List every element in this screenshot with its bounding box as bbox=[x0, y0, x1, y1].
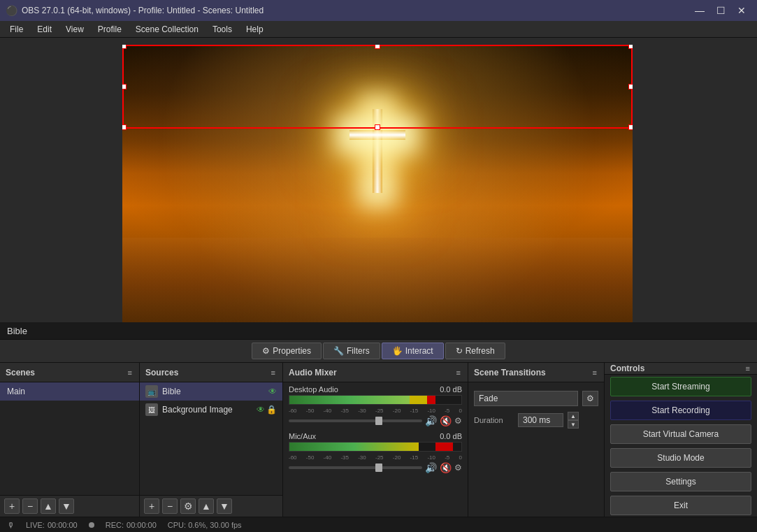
sources-menu-btn[interactable]: ≡ bbox=[270, 367, 277, 378]
audio-header-icons: ≡ bbox=[455, 367, 462, 378]
desktop-audio-controls: 🔊 🔇 ⚙ bbox=[289, 415, 462, 426]
sources-panel: Sources ≡ 📺 Bible 👁 🖼 Background Image bbox=[140, 363, 283, 517]
studio-mode-button[interactable]: Studio Mode bbox=[610, 448, 751, 468]
mic-aux-level: 0.0 dB bbox=[440, 432, 462, 440]
desktop-slider-thumb[interactable] bbox=[375, 417, 382, 425]
bible-visibility-btn[interactable]: 👁 bbox=[268, 387, 277, 396]
transition-settings-btn[interactable]: ⚙ bbox=[582, 391, 598, 406]
cross-horizontal bbox=[349, 130, 405, 140]
desktop-audio-level: 0.0 dB bbox=[440, 385, 462, 394]
audio-menu-btn[interactable]: ≡ bbox=[455, 367, 462, 378]
desktop-bar-green bbox=[289, 396, 410, 404]
scenes-footer: + − ▲ ▼ bbox=[0, 495, 139, 517]
source-settings-button[interactable]: ⚙ bbox=[180, 498, 196, 514]
bg-source-actions: 👁 🔒 bbox=[257, 405, 277, 415]
mic-audio-settings-btn[interactable]: ⚙ bbox=[454, 463, 462, 473]
close-button[interactable]: ✕ bbox=[732, 3, 751, 18]
menu-tools[interactable]: Tools bbox=[206, 23, 239, 36]
rec-label: REC: bbox=[106, 521, 124, 529]
maximize-button[interactable]: ☐ bbox=[711, 3, 730, 18]
bible-source-icon: 📺 bbox=[145, 385, 158, 398]
controls-buttons: Start Streaming Start Recording Start Vi… bbox=[605, 375, 757, 517]
cpu-status: CPU: 0.6%, 30.00 fps bbox=[168, 521, 242, 529]
refresh-icon: ↻ bbox=[456, 346, 463, 356]
menu-help[interactable]: Help bbox=[239, 23, 271, 36]
transition-duration-row: Duration ▲ ▼ bbox=[474, 409, 598, 431]
cross-glow bbox=[349, 109, 405, 193]
properties-button[interactable]: ⚙ Properties bbox=[252, 343, 322, 359]
start-streaming-button[interactable]: Start Streaming bbox=[610, 377, 751, 396]
sources-header-icons: ≡ bbox=[270, 367, 277, 378]
mic-slider-thumb[interactable] bbox=[375, 463, 382, 472]
mic-mute-btn[interactable]: 🔊 bbox=[425, 462, 437, 473]
mic-bar-red bbox=[435, 443, 453, 451]
duration-down-btn[interactable]: ▼ bbox=[568, 420, 579, 429]
scenes-menu-btn[interactable]: ≡ bbox=[127, 367, 134, 378]
scene-item-main[interactable]: Main bbox=[0, 382, 139, 401]
move-scene-down-button[interactable]: ▼ bbox=[59, 498, 74, 514]
titlebar-controls: — ☐ ✕ bbox=[690, 3, 751, 18]
preview-image bbox=[122, 45, 633, 322]
controls-menu-btn[interactable]: ≡ bbox=[744, 363, 751, 374]
bg-visibility-btn[interactable]: 👁 bbox=[257, 405, 265, 415]
source-item-background[interactable]: 🖼 Background Image 👁 🔒 bbox=[140, 401, 282, 419]
move-source-down-button[interactable]: ▼ bbox=[217, 498, 232, 514]
mic-status: 🎙 bbox=[7, 521, 15, 529]
filters-icon: 🔧 bbox=[333, 346, 344, 356]
controls-title: Controls bbox=[610, 364, 644, 373]
titlebar-title: OBS 27.0.1 (64-bit, windows) - Profile: … bbox=[22, 6, 264, 15]
desktop-audio-settings-btn[interactable]: ⚙ bbox=[454, 416, 462, 426]
mic-aux-scale: -60-50-40-35-30-25-20-15-10-50 bbox=[289, 454, 462, 461]
sources-title: Sources bbox=[145, 368, 178, 378]
desktop-bar-yellow bbox=[410, 396, 427, 404]
bg-lock-btn[interactable]: 🔒 bbox=[266, 405, 277, 415]
app-icon: ⚫ bbox=[6, 5, 17, 16]
main-layout: Bible ⚙ Properties 🔧 Filters 🖐 Interact … bbox=[0, 38, 757, 532]
filters-button[interactable]: 🔧 Filters bbox=[323, 343, 380, 359]
exit-button[interactable]: Exit bbox=[610, 496, 751, 515]
mic-audio-slider[interactable] bbox=[289, 466, 422, 469]
remove-source-button[interactable]: − bbox=[162, 498, 178, 514]
menu-view[interactable]: View bbox=[59, 23, 91, 36]
live-time: 00:00:00 bbox=[48, 521, 78, 529]
audio-channels: Desktop Audio 0.0 dB -60-50-40-35-30-25-… bbox=[283, 382, 468, 517]
transitions-panel: Scene Transitions ≡ Fade Cut Slide ⚙ Dur… bbox=[468, 363, 605, 517]
menu-scene-collection[interactable]: Scene Collection bbox=[129, 23, 206, 36]
duration-input[interactable] bbox=[518, 413, 563, 427]
duration-up-btn[interactable]: ▲ bbox=[568, 412, 579, 420]
titlebar-left: ⚫ OBS 27.0.1 (64-bit, windows) - Profile… bbox=[6, 5, 264, 16]
menu-edit[interactable]: Edit bbox=[30, 23, 59, 36]
start-recording-button[interactable]: Start Recording bbox=[610, 401, 751, 420]
water-overlay bbox=[122, 238, 633, 322]
mic-aux-name: Mic/Aux bbox=[289, 432, 316, 440]
interact-button[interactable]: 🖐 Interact bbox=[382, 343, 444, 359]
remove-scene-button[interactable]: − bbox=[22, 498, 38, 514]
refresh-button[interactable]: ↻ Refresh bbox=[445, 343, 505, 359]
transitions-menu-btn[interactable]: ≡ bbox=[591, 367, 598, 378]
live-status: LIVE: 00:00:00 bbox=[26, 521, 78, 529]
move-source-up-button[interactable]: ▲ bbox=[199, 498, 214, 514]
desktop-mute-btn2[interactable]: 🔇 bbox=[440, 415, 452, 426]
desktop-mute-btn[interactable]: 🔊 bbox=[425, 415, 437, 426]
scene-name: Bible bbox=[7, 326, 27, 336]
transition-type-select[interactable]: Fade Cut Slide bbox=[474, 391, 578, 406]
statusbar: 🎙 LIVE: 00:00:00 REC: 00:00:00 CPU: 0.6%… bbox=[0, 517, 757, 532]
scenes-header-icons: ≡ bbox=[127, 367, 134, 378]
cross-container bbox=[349, 109, 405, 193]
sources-list: 📺 Bible 👁 🖼 Background Image 👁 🔒 bbox=[140, 382, 282, 495]
scene-label: Bible bbox=[0, 322, 757, 339]
bg-source-icon: 🖼 bbox=[145, 403, 158, 416]
menu-file[interactable]: File bbox=[3, 23, 30, 36]
menu-profile[interactable]: Profile bbox=[91, 23, 129, 36]
add-scene-button[interactable]: + bbox=[4, 498, 20, 514]
mic-mute-btn2[interactable]: 🔇 bbox=[440, 462, 452, 473]
move-scene-up-button[interactable]: ▲ bbox=[41, 498, 56, 514]
source-item-bible[interactable]: 📺 Bible 👁 bbox=[140, 382, 282, 401]
menubar: File Edit View Profile Scene Collection … bbox=[0, 21, 757, 38]
start-virtual-camera-button[interactable]: Start Virtual Camera bbox=[610, 424, 751, 444]
duration-arrows: ▲ ▼ bbox=[568, 412, 579, 429]
add-source-button[interactable]: + bbox=[144, 498, 159, 514]
settings-button[interactable]: Settings bbox=[610, 472, 751, 491]
minimize-button[interactable]: — bbox=[690, 3, 709, 18]
desktop-audio-slider[interactable] bbox=[289, 419, 422, 422]
